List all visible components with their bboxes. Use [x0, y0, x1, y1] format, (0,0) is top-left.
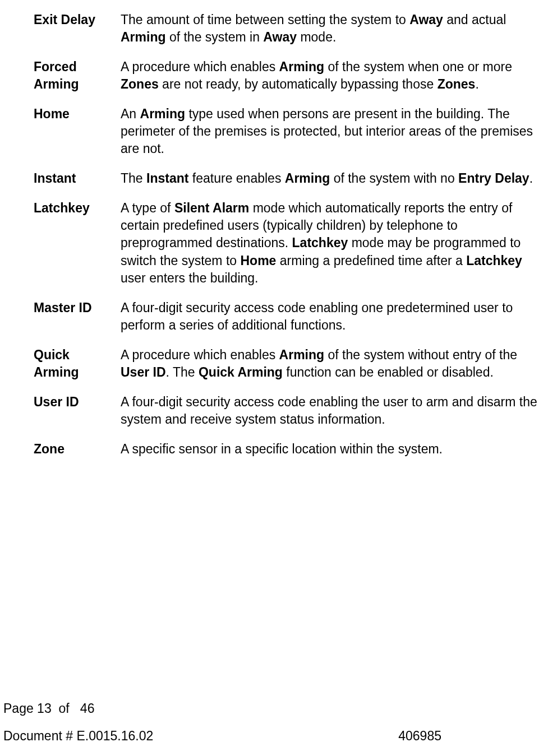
definition-text: A procedure which enables Arming of the …	[121, 346, 542, 381]
definition-entry: InstantThe Instant feature enables Armin…	[34, 170, 542, 187]
definition-text: The amount of time between setting the s…	[121, 11, 542, 46]
page-number-line: Page 13 of 46	[0, 700, 542, 717]
definition-text: A four-digit security access code enabli…	[121, 299, 542, 334]
definition-text: A specific sensor in a specific location…	[121, 440, 542, 458]
definition-term: Home	[34, 105, 121, 157]
page-current: 13	[37, 701, 52, 716]
definition-text: An Arming type used when persons are pre…	[121, 105, 542, 157]
definition-text: A four-digit security access code enabli…	[121, 393, 542, 428]
page-label: Page	[3, 701, 34, 716]
definition-text: A type of Silent Alarm mode which automa…	[121, 200, 542, 286]
definition-term: Instant	[34, 170, 121, 187]
definition-entry: Quick ArmingA procedure which enables Ar…	[34, 346, 542, 381]
definition-entry: Forced ArmingA procedure which enables A…	[34, 58, 542, 93]
page-total: 46	[80, 701, 95, 716]
definitions-list: Exit DelayThe amount of time between set…	[34, 11, 542, 458]
definition-entry: User IDA four-digit security access code…	[34, 393, 542, 428]
definition-text: A procedure which enables Arming of the …	[121, 58, 542, 93]
page-footer: Page 13 of 46 Document # E.0015.16.02 40…	[0, 700, 548, 745]
definition-entry: Exit DelayThe amount of time between set…	[34, 11, 542, 46]
definition-term: Quick Arming	[34, 346, 121, 381]
definition-entry: LatchkeyA type of Silent Alarm mode whic…	[34, 200, 542, 286]
definition-entry: ZoneA specific sensor in a specific loca…	[34, 440, 542, 458]
document-code: 406985	[398, 727, 441, 745]
definition-term: Forced Arming	[34, 58, 121, 93]
definition-term: Master ID	[34, 299, 121, 334]
definition-term: Zone	[34, 440, 121, 458]
definition-text: The Instant feature enables Arming of th…	[121, 170, 542, 187]
page-of: of	[58, 701, 69, 716]
definition-entry: HomeAn Arming type used when persons are…	[34, 105, 542, 157]
document-info-line: Document # E.0015.16.02 406985	[0, 727, 542, 745]
definition-term: User ID	[34, 393, 121, 428]
definition-entry: Master IDA four-digit security access co…	[34, 299, 542, 334]
document-number: Document # E.0015.16.02	[3, 727, 153, 745]
definition-term: Exit Delay	[34, 11, 121, 46]
definition-term: Latchkey	[34, 200, 121, 286]
